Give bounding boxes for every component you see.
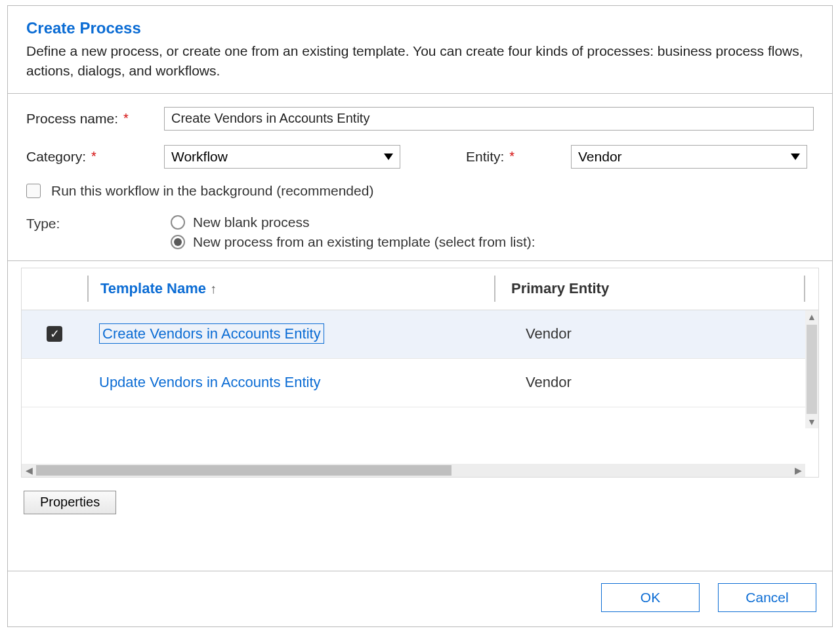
category-field: Category: * Workflow xyxy=(26,145,400,169)
type-blank-row: New blank process xyxy=(171,215,536,230)
type-template-label: New process from an existing template (s… xyxy=(193,234,536,250)
ok-button[interactable]: OK xyxy=(601,583,700,612)
scroll-down-icon[interactable]: ▼ xyxy=(807,415,816,428)
background-row: Run this workflow in the background (rec… xyxy=(26,183,814,199)
scroll-thumb[interactable] xyxy=(36,465,452,476)
properties-button[interactable]: Properties xyxy=(24,491,116,514)
dialog-subtitle: Define a new process, or create one from… xyxy=(26,41,814,81)
scroll-track[interactable] xyxy=(36,465,791,476)
row-template-name-cell: Update Vendors in Accounts Entity xyxy=(87,374,510,391)
entity-select[interactable]: Vendor xyxy=(571,145,807,169)
col-template-name-header[interactable]: Template Name ↑ xyxy=(89,280,494,297)
required-icon: * xyxy=(123,111,129,126)
process-name-label: Process name: * xyxy=(26,111,164,127)
type-template-row: New process from an existing template (s… xyxy=(171,234,536,250)
row-primary-entity-cell: Vendor xyxy=(510,325,805,342)
required-icon: * xyxy=(91,149,96,164)
template-name-link[interactable]: Update Vendors in Accounts Entity xyxy=(99,374,321,390)
scroll-thumb[interactable] xyxy=(807,325,817,414)
row-template-name-cell: Create Vendors in Accounts Entity xyxy=(87,325,510,342)
table-body: Create Vendors in Accounts EntityVendorB… xyxy=(22,310,818,464)
dialog-header: Create Process Define a new process, or … xyxy=(8,6,832,93)
required-icon: * xyxy=(509,149,514,164)
form-separator xyxy=(8,260,832,261)
entity-label: Entity: * xyxy=(466,149,571,165)
category-select[interactable]: Workflow xyxy=(164,145,400,169)
entity-field: Entity: * Vendor xyxy=(466,145,807,169)
cancel-button[interactable]: Cancel xyxy=(718,583,816,612)
scroll-right-icon[interactable]: ▶ xyxy=(791,465,805,476)
col-primary-entity-text: Primary Entity xyxy=(511,280,609,297)
dialog-title: Create Process xyxy=(26,19,814,37)
dialog-footer: OK Cancel xyxy=(8,571,832,626)
category-label-text: Category: xyxy=(26,149,86,165)
category-entity-row: Category: * Workflow Entity: * Vendor xyxy=(26,145,814,169)
row-checkbox[interactable] xyxy=(47,326,62,342)
table-header: Template Name ↑ Primary Entity xyxy=(22,268,818,310)
row-checkbox[interactable] xyxy=(47,375,62,390)
col-template-name-text: Template Name xyxy=(100,280,206,297)
type-row: Type: New blank process New process from… xyxy=(26,215,814,254)
background-checkbox[interactable] xyxy=(26,184,41,198)
type-blank-radio[interactable] xyxy=(171,215,185,230)
table-row[interactable]: Update Vendors in Accounts EntityVendorB… xyxy=(22,359,818,407)
spacer xyxy=(8,514,832,558)
scroll-left-icon[interactable]: ◀ xyxy=(22,465,36,476)
vertical-scrollbar[interactable]: ▲ ▼ xyxy=(805,310,818,428)
type-options: New blank process New process from an ex… xyxy=(171,215,536,254)
col-separator-icon xyxy=(804,276,805,302)
process-name-input[interactable] xyxy=(164,107,814,131)
row-check-cell xyxy=(22,375,87,390)
type-blank-label: New blank process xyxy=(193,215,309,230)
template-name-link[interactable]: Create Vendors in Accounts Entity xyxy=(99,323,324,344)
sort-asc-icon: ↑ xyxy=(210,281,217,297)
form-area: Process name: * Category: * Workflow Ent… xyxy=(8,94,832,260)
type-label: Type: xyxy=(26,215,171,232)
scroll-up-icon[interactable]: ▲ xyxy=(807,310,816,323)
col-primary-entity-header[interactable]: Primary Entity xyxy=(495,280,804,297)
create-process-dialog: Create Process Define a new process, or … xyxy=(7,5,833,627)
row-primary-entity-cell: Vendor xyxy=(510,374,805,391)
background-label: Run this workflow in the background (rec… xyxy=(51,183,373,199)
entity-label-text: Entity: xyxy=(466,149,504,165)
row-check-cell xyxy=(22,326,87,342)
properties-row: Properties xyxy=(8,478,832,514)
template-table: Template Name ↑ Primary Entity Create Ve… xyxy=(21,268,819,478)
horizontal-scrollbar[interactable]: ◀ ▶ xyxy=(22,464,805,477)
process-name-row: Process name: * xyxy=(26,107,814,131)
category-label: Category: * xyxy=(26,149,164,165)
process-name-label-text: Process name: xyxy=(26,111,118,127)
table-row[interactable]: Create Vendors in Accounts EntityVendorB… xyxy=(22,310,818,359)
type-template-radio[interactable] xyxy=(171,235,185,249)
